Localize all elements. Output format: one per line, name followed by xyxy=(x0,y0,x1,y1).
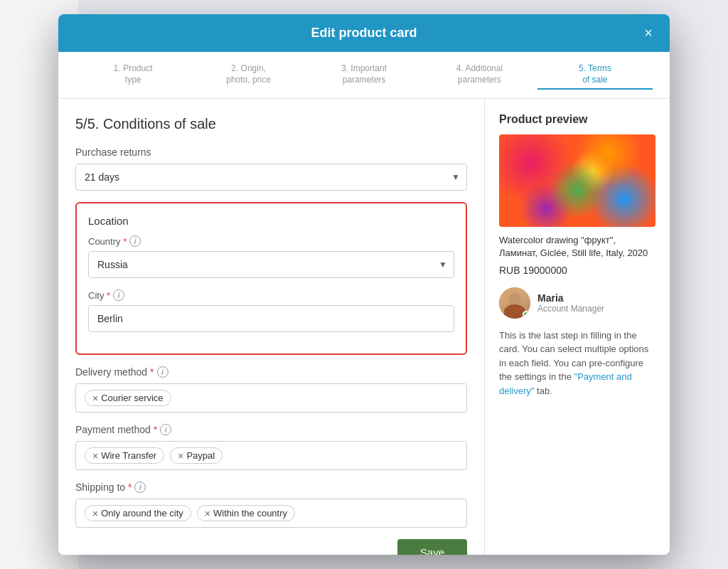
product-image-inner xyxy=(499,134,655,227)
delivery-tag-courier: × Courier service xyxy=(85,390,171,406)
helper-text: This is the last step in filling in the … xyxy=(499,329,655,398)
courier-tag-label: Courier service xyxy=(101,393,163,403)
purchase-returns-wrapper: 21 days 14 days 7 days No returns ▼ xyxy=(75,164,467,191)
shipping-tag-country: × Within the country xyxy=(197,505,295,521)
city-group: City * i xyxy=(88,289,454,332)
country-tag-label: Within the country xyxy=(213,508,287,519)
save-button[interactable]: Save xyxy=(397,539,467,555)
manager-name: Maria xyxy=(537,292,604,304)
payment-info-icon[interactable]: i xyxy=(160,424,171,435)
step-4[interactable]: 4. Additionalparameters xyxy=(422,60,537,90)
remove-city-icon[interactable]: × xyxy=(92,509,98,519)
modal-overlay: Edit product card × 1. Producttype 2. Or… xyxy=(0,0,728,569)
city-tag-label: Only around the city xyxy=(101,508,183,519)
payment-tag-wire: × Wire Transfer xyxy=(85,447,164,464)
preview-area: Product preview Watercolor drawing "фрук… xyxy=(485,99,670,555)
wire-tag-label: Wire Transfer xyxy=(101,450,156,461)
product-price: RUB 19000000 xyxy=(499,265,655,276)
city-label-row: City * i xyxy=(88,289,454,301)
delivery-method-section: Delivery method * i × Courier service xyxy=(75,366,467,413)
online-status-dot xyxy=(523,311,530,318)
step-2[interactable]: 2. Origin,photo, price xyxy=(191,60,306,90)
shipping-tag-container[interactable]: × Only around the city × Within the coun… xyxy=(75,499,467,528)
country-label: Country * xyxy=(88,236,127,247)
remove-country-icon[interactable]: × xyxy=(205,509,210,519)
remove-wire-icon[interactable]: × xyxy=(92,451,98,461)
payment-tag-paypal: × Paypal xyxy=(170,447,223,464)
delivery-tag-container[interactable]: × Courier service xyxy=(75,383,467,413)
remove-paypal-icon[interactable]: × xyxy=(178,451,183,461)
form-area: 5/5. Conditions of sale Purchase returns… xyxy=(58,99,485,555)
payment-method-section: Payment method * i × Wire Transfer × Pay… xyxy=(75,424,467,470)
country-label-row: Country * i xyxy=(88,235,454,247)
delivery-info-icon[interactable]: i xyxy=(157,366,168,378)
city-info-icon[interactable]: i xyxy=(113,289,124,301)
city-required: * xyxy=(107,290,110,301)
shipping-to-label: Shipping to * i xyxy=(75,482,467,493)
edit-product-modal: Edit product card × 1. Producttype 2. Or… xyxy=(58,14,670,555)
delivery-method-label: Delivery method * i xyxy=(75,366,467,378)
form-section-title: 5/5. Conditions of sale xyxy=(75,116,467,132)
location-title: Location xyxy=(88,215,454,227)
country-select-wrapper: Russia Germany France ▼ xyxy=(88,251,454,278)
payment-method-label: Payment method * i xyxy=(75,424,467,435)
purchase-returns-select[interactable]: 21 days 14 days 7 days No returns xyxy=(75,164,467,191)
step-1[interactable]: 1. Producttype xyxy=(75,60,191,90)
form-footer: Save xyxy=(75,539,467,555)
modal-header: Edit product card × xyxy=(58,14,670,52)
product-name: Watercolor drawing "фрукт", Ламинат, Gic… xyxy=(499,234,655,260)
shipping-info-icon[interactable]: i xyxy=(134,482,146,493)
manager-role: Account Manager xyxy=(537,304,604,314)
city-input[interactable] xyxy=(88,305,454,332)
manager-card: Maria Account Manager xyxy=(499,287,655,319)
modal-body: 5/5. Conditions of sale Purchase returns… xyxy=(58,99,670,555)
purchase-returns-group: Purchase returns 21 days 14 days 7 days … xyxy=(75,147,467,191)
purchase-returns-label: Purchase returns xyxy=(75,147,467,158)
paypal-tag-label: Paypal xyxy=(186,450,215,461)
preview-title: Product preview xyxy=(499,113,655,126)
modal-title: Edit product card xyxy=(311,26,417,41)
avatar xyxy=(499,287,530,319)
manager-info: Maria Account Manager xyxy=(537,292,604,314)
country-required: * xyxy=(123,236,127,247)
country-select[interactable]: Russia Germany France xyxy=(88,251,454,278)
shipping-to-section: Shipping to * i × Only around the city ×… xyxy=(75,482,467,528)
payment-tag-container[interactable]: × Wire Transfer × Paypal xyxy=(75,441,467,470)
shipping-tag-city: × Only around the city xyxy=(85,505,191,521)
remove-courier-icon[interactable]: × xyxy=(92,393,98,403)
country-info-icon[interactable]: i xyxy=(129,235,141,247)
step-5[interactable]: 5. Termsof sale xyxy=(537,60,653,90)
country-group: Country * i Russia Germany France ▼ xyxy=(88,235,454,278)
step-3[interactable]: 3. Importantparameters xyxy=(306,60,422,90)
product-image xyxy=(499,134,655,227)
location-box: Location Country * i Russia Germany Fran… xyxy=(75,202,467,355)
city-label: City * xyxy=(88,290,110,301)
stepper: 1. Producttype 2. Origin,photo, price 3.… xyxy=(58,52,670,99)
close-button[interactable]: × xyxy=(638,23,658,43)
